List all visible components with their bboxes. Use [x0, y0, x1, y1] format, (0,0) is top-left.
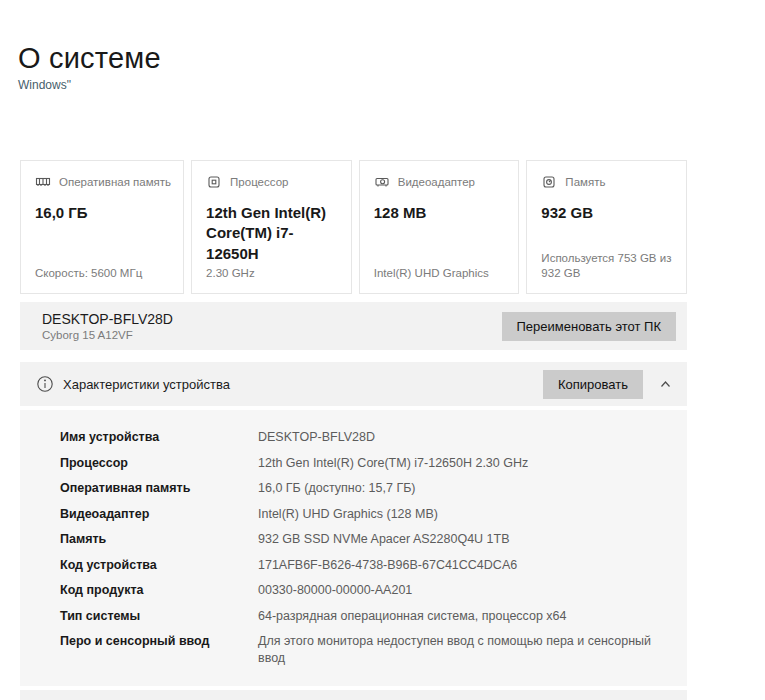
device-specs-expander-header[interactable]: Характеристики устройства Копировать: [20, 362, 687, 406]
spec-label: Видеоадаптер: [60, 506, 258, 523]
spec-row: Код устройства 171AFB6F-B626-4738-B96B-6…: [60, 557, 687, 574]
spec-row: Код продукта 00330-80000-00000-AA201: [60, 582, 687, 599]
spec-value: DESKTOP-BFLV28D: [258, 429, 660, 446]
card-footer: Используется 753 GB из 932 GB: [541, 251, 678, 281]
device-name-row: DESKTOP-BFLV28D Cyborg 15 A12VF Переимен…: [20, 302, 687, 350]
device-model: Cyborg 15 A12VF: [42, 329, 173, 341]
spec-label: Процессор: [60, 455, 258, 472]
card-footer: Intel(R) UHD Graphics: [374, 266, 511, 281]
card-ram: Оперативная память 16,0 ГБ Скорость: 560…: [20, 160, 184, 294]
chevron-up-icon: [659, 378, 672, 391]
next-section-row[interactable]: [20, 690, 687, 700]
spec-label: Тип системы: [60, 608, 258, 625]
spec-value: Intel(R) UHD Graphics (128 MB): [258, 506, 660, 523]
cpu-icon: [206, 174, 222, 190]
card-value: 16,0 ГБ: [35, 203, 171, 223]
card-label: Память: [565, 176, 605, 188]
spec-label: Имя устройства: [60, 429, 258, 446]
card-value: 932 GB: [541, 203, 674, 223]
card-gpu: Видеоадаптер 128 MB Intel(R) UHD Graphic…: [359, 160, 520, 294]
info-icon: [36, 375, 54, 393]
rename-pc-button[interactable]: Переименовать этот ПК: [502, 312, 677, 341]
card-storage: Память 932 GB Используется 753 GB из 932…: [526, 160, 687, 294]
spec-row: Оперативная память 16,0 ГБ (доступно: 15…: [60, 480, 687, 497]
spec-label: Перо и сенсорный ввод: [60, 633, 258, 666]
device-name: DESKTOP-BFLV28D: [42, 311, 173, 327]
spec-header-label: Характеристики устройства: [63, 377, 230, 392]
ram-icon: [35, 174, 51, 190]
spec-value: 00330-80000-00000-AA201: [258, 582, 660, 599]
card-label: Процессор: [230, 176, 288, 188]
card-footer: Скорость: 5600 МГц: [35, 266, 175, 281]
card-cpu: Процессор 12th Gen Intel(R) Core(TM) i7-…: [191, 160, 352, 294]
card-label: Оперативная память: [59, 176, 171, 188]
spec-row: Память 932 GB SSD NVMe Apacer AS2280Q4U …: [60, 531, 687, 548]
card-label: Видеоадаптер: [398, 176, 475, 188]
spec-label: Оперативная память: [60, 480, 258, 497]
storage-icon: [541, 174, 557, 190]
gpu-icon: [374, 174, 390, 190]
spec-row: Имя устройства DESKTOP-BFLV28D: [60, 429, 687, 446]
summary-cards: Оперативная память 16,0 ГБ Скорость: 560…: [20, 160, 687, 294]
spec-value: 16,0 ГБ (доступно: 15,7 ГБ): [258, 480, 660, 497]
card-footer: 2.30 GHz: [206, 266, 343, 281]
card-value: 128 MB: [374, 203, 507, 223]
spec-row: Перо и сенсорный ввод Для этого монитора…: [60, 633, 687, 666]
spec-value: Для этого монитора недоступен ввод с пом…: [258, 633, 660, 666]
spec-value: 12th Gen Intel(R) Core(TM) i7-12650H 2.3…: [258, 455, 660, 472]
spec-value: 171AFB6F-B626-4738-B96B-67C41CC4DCA6: [258, 557, 660, 574]
spec-label: Код устройства: [60, 557, 258, 574]
collapse-chevron[interactable]: [643, 378, 687, 391]
spec-value: 932 GB SSD NVMe Apacer AS2280Q4U 1TB: [258, 531, 660, 548]
spec-label: Память: [60, 531, 258, 548]
spec-value: 64-разрядная операционная система, проце…: [258, 608, 660, 625]
card-value: 12th Gen Intel(R) Core(TM) i7-12650H: [206, 203, 339, 264]
spec-label: Код продукта: [60, 582, 258, 599]
device-specs-panel: Имя устройства DESKTOP-BFLV28D Процессор…: [20, 410, 687, 686]
page-title: О системе: [18, 42, 161, 75]
spec-row: Тип системы 64-разрядная операционная си…: [60, 608, 687, 625]
page-subtitle: Windows": [18, 78, 71, 92]
spec-row: Видеоадаптер Intel(R) UHD Graphics (128 …: [60, 506, 687, 523]
copy-button[interactable]: Копировать: [543, 370, 643, 399]
spec-row: Процессор 12th Gen Intel(R) Core(TM) i7-…: [60, 455, 687, 472]
